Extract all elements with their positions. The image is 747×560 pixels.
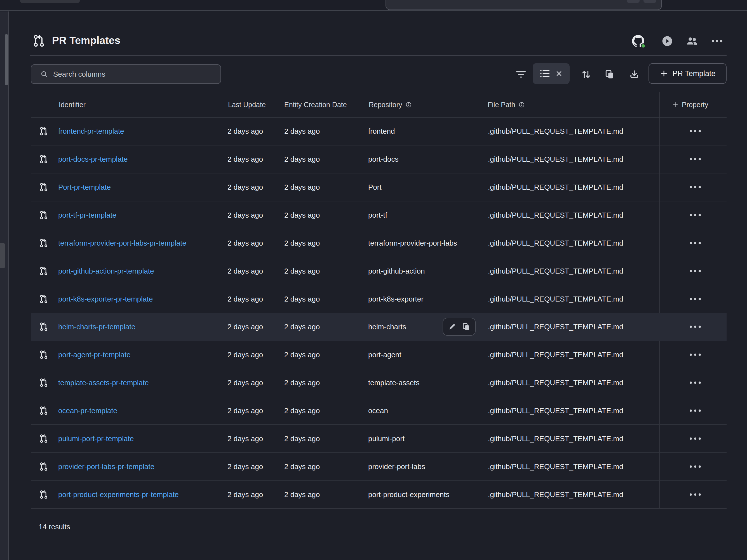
more-options-icon[interactable] bbox=[711, 35, 723, 48]
row-actions-button[interactable] bbox=[687, 369, 704, 397]
table-row: port-product-experiments-pr-template 2 d… bbox=[31, 481, 727, 509]
global-search-bar-partial[interactable] bbox=[386, 0, 662, 10]
row-actions-button[interactable] bbox=[687, 174, 704, 201]
identifier-link[interactable]: port-product-experiments-pr-template bbox=[58, 490, 179, 499]
sidebar-collapsed-handle[interactable] bbox=[0, 243, 5, 268]
git-pull-request-icon bbox=[39, 210, 49, 220]
git-pull-request-icon bbox=[39, 350, 49, 359]
identifier-link[interactable]: ocean-pr-template bbox=[58, 406, 117, 415]
last-update-cell: 2 days ago bbox=[228, 322, 263, 331]
github-icon[interactable] bbox=[632, 35, 645, 48]
download-icon[interactable] bbox=[629, 69, 640, 80]
git-pull-request-icon bbox=[39, 182, 49, 192]
row-actions-button[interactable] bbox=[687, 397, 704, 425]
row-actions-button[interactable] bbox=[687, 313, 704, 341]
identifier-link[interactable]: frontend-pr-template bbox=[58, 127, 124, 136]
table-row: ocean-pr-template 2 days ago 2 days ago … bbox=[31, 397, 727, 425]
git-pull-request-icon bbox=[39, 490, 49, 499]
row-actions-button[interactable] bbox=[687, 481, 704, 508]
entity-creation-date-cell: 2 days ago bbox=[284, 434, 320, 443]
identifier-link[interactable]: port-agent-pr-template bbox=[58, 350, 131, 359]
filter-icon[interactable] bbox=[516, 69, 526, 80]
edit-icon[interactable] bbox=[448, 322, 456, 331]
sort-icon[interactable] bbox=[581, 69, 591, 80]
repository-cell: pulumi-port bbox=[368, 434, 405, 443]
results-count: 14 results bbox=[38, 523, 70, 531]
users-icon[interactable] bbox=[686, 35, 698, 48]
row-actions-button[interactable] bbox=[687, 229, 704, 257]
app-root: PR Templates bbox=[0, 0, 747, 560]
last-update-cell: 2 days ago bbox=[228, 127, 263, 136]
copy-icon[interactable] bbox=[604, 69, 615, 80]
info-icon[interactable] bbox=[405, 101, 412, 108]
entity-creation-date-cell: 2 days ago bbox=[284, 350, 320, 359]
last-update-cell: 2 days ago bbox=[228, 378, 263, 387]
file-path-cell: .github/PULL_REQUEST_TEMPLATE.md bbox=[488, 322, 623, 331]
column-header-identifier: Identifier bbox=[59, 92, 86, 117]
repository-cell: Port bbox=[368, 183, 382, 192]
last-update-cell: 2 days ago bbox=[228, 183, 263, 192]
row-actions-button[interactable] bbox=[687, 145, 704, 173]
scrollbar-thumb[interactable] bbox=[5, 34, 8, 85]
row-actions-button[interactable] bbox=[687, 117, 704, 145]
identifier-link[interactable]: terraform-provider-port-labs-pr-template bbox=[58, 239, 186, 247]
column-search[interactable] bbox=[31, 64, 221, 84]
row-actions-button[interactable] bbox=[687, 257, 704, 285]
identifier-link[interactable]: helm-charts-pr-template bbox=[58, 322, 135, 331]
repository-cell: port-docs bbox=[368, 155, 398, 164]
row-actions-button[interactable] bbox=[687, 453, 704, 480]
search-input[interactable] bbox=[53, 70, 221, 79]
identifier-link[interactable]: template-assets-pr-template bbox=[58, 378, 149, 387]
git-pull-request-icon bbox=[39, 294, 49, 304]
repository-cell: template-assets bbox=[368, 378, 420, 387]
file-path-cell: .github/PULL_REQUEST_TEMPLATE.md bbox=[488, 406, 623, 415]
table-row: port-k8s-exporter-pr-template 2 days ago… bbox=[31, 285, 727, 313]
column-header-last-update: Last Update bbox=[228, 92, 266, 117]
identifier-link[interactable]: port-k8s-exporter-pr-template bbox=[58, 295, 153, 303]
row-actions-button[interactable] bbox=[687, 425, 704, 452]
last-update-cell: 2 days ago bbox=[228, 155, 263, 164]
identifier-link[interactable]: port-tf-pr-template bbox=[58, 211, 117, 220]
topbar-button-partial[interactable] bbox=[20, 0, 80, 3]
close-icon[interactable] bbox=[555, 70, 563, 78]
file-path-cell: .github/PULL_REQUEST_TEMPLATE.md bbox=[488, 434, 623, 443]
repository-cell: provider-port-labs bbox=[368, 462, 425, 471]
row-actions-button[interactable] bbox=[687, 341, 704, 369]
identifier-link[interactable]: pulumi-port-pr-template bbox=[58, 434, 134, 443]
row-actions-button[interactable] bbox=[687, 285, 704, 313]
entity-creation-date-cell: 2 days ago bbox=[284, 378, 320, 387]
add-pr-template-button[interactable]: PR Template bbox=[648, 63, 727, 84]
info-icon[interactable] bbox=[518, 101, 525, 108]
column-header-file-path: File Path bbox=[488, 92, 525, 117]
topbar bbox=[0, 0, 747, 11]
keyboard-hint-key bbox=[643, 0, 656, 3]
table-row: provider-port-labs-pr-template 2 days ag… bbox=[31, 453, 727, 481]
last-update-cell: 2 days ago bbox=[228, 211, 263, 220]
row-actions-button[interactable] bbox=[687, 202, 704, 229]
keyboard-hint-key bbox=[627, 0, 640, 3]
file-path-cell: .github/PULL_REQUEST_TEMPLATE.md bbox=[488, 267, 623, 275]
repository-cell: ocean bbox=[368, 406, 388, 415]
entity-creation-date-cell: 2 days ago bbox=[284, 211, 320, 220]
identifier-link[interactable]: port-github-action-pr-template bbox=[58, 267, 154, 275]
table-row: frontend-pr-template 2 days ago 2 days a… bbox=[31, 117, 727, 145]
table-row: Port-pr-template 2 days ago 2 days ago P… bbox=[31, 174, 727, 202]
identifier-link[interactable]: port-docs-pr-template bbox=[58, 155, 128, 164]
identifier-link[interactable]: Port-pr-template bbox=[58, 183, 111, 192]
last-update-cell: 2 days ago bbox=[228, 239, 263, 247]
git-pull-request-icon bbox=[39, 154, 49, 164]
list-view-icon[interactable] bbox=[539, 68, 550, 79]
view-toggle-group bbox=[533, 63, 570, 84]
row-hover-actions bbox=[443, 318, 475, 336]
file-path-cell: .github/PULL_REQUEST_TEMPLATE.md bbox=[488, 127, 623, 136]
repository-cell: frontend bbox=[368, 127, 395, 136]
file-path-cell: .github/PULL_REQUEST_TEMPLATE.md bbox=[488, 183, 623, 192]
column-header-entity-creation-date: Entity Creation Date bbox=[284, 92, 347, 117]
copy-icon[interactable] bbox=[462, 322, 470, 331]
entity-creation-date-cell: 2 days ago bbox=[284, 239, 320, 247]
add-property-button[interactable]: Property bbox=[671, 92, 708, 117]
identifier-link[interactable]: provider-port-labs-pr-template bbox=[58, 462, 154, 471]
file-path-cell: .github/PULL_REQUEST_TEMPLATE.md bbox=[488, 490, 623, 499]
run-icon[interactable] bbox=[661, 35, 674, 48]
git-pull-request-icon bbox=[39, 238, 49, 248]
